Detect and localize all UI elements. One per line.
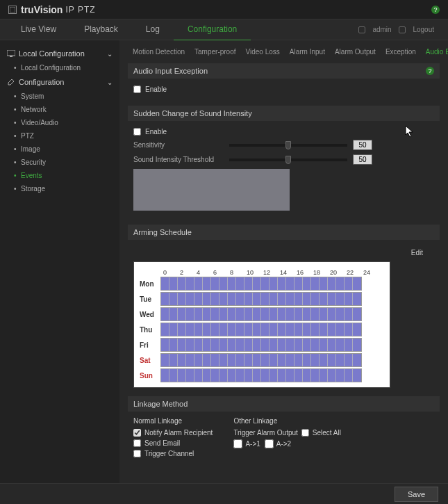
output-a2[interactable]: A->2 <box>265 439 291 448</box>
side-item-storage[interactable]: Storage <box>0 182 119 195</box>
sched-hour-label: 8 <box>230 269 247 276</box>
linkage-title: Linkage Method <box>133 400 188 408</box>
svg-rect-1 <box>7 50 15 56</box>
side-item-network[interactable]: Network <box>0 103 119 116</box>
slider-thumb[interactable] <box>285 141 291 149</box>
select-all-label: Select All <box>313 429 341 437</box>
sensitivity-slider[interactable] <box>229 144 347 147</box>
help-icon[interactable]: ? <box>431 6 440 14</box>
linkage-notify-alarm-recipient[interactable]: Notify Alarm Recipient <box>133 429 213 437</box>
sched-day-tue: Tue <box>140 295 160 303</box>
sched-day-fri: Fri <box>140 341 160 349</box>
sched-cells-wed[interactable] <box>160 307 362 321</box>
sched-hour-label: 16 <box>297 269 313 276</box>
side-item-system[interactable]: System <box>0 90 119 103</box>
subtabs: Motion DetectionTamper-proofVideo LossAl… <box>128 46 440 58</box>
enable-label: Enable <box>145 86 167 93</box>
sensitivity-value[interactable] <box>353 140 372 150</box>
nav-tab-log[interactable]: Log <box>132 19 174 41</box>
sched-hour-label: 12 <box>263 269 280 276</box>
subtab-video-loss[interactable]: Video Loss <box>241 46 285 58</box>
sched-hour-label: 0 <box>163 269 180 276</box>
linkage-trigger-channel[interactable]: Trigger Channel <box>133 450 213 457</box>
subtab-tamper-proof[interactable]: Tamper-proof <box>190 46 240 58</box>
sudden-enable[interactable]: Enable <box>133 128 434 136</box>
slider-thumb[interactable] <box>285 156 291 164</box>
logout-link[interactable]: Logout <box>413 26 434 33</box>
brand-name: Vision <box>34 4 63 15</box>
side-item-local-configuration[interactable]: Local Configuration <box>0 61 119 74</box>
help-icon[interactable]: ? <box>426 67 434 75</box>
edit-button[interactable]: Edit <box>404 247 430 259</box>
side-group-local-configuration[interactable]: Local Configuration⌄ <box>0 46 119 61</box>
audio-input-header: Audio Input Exception ? <box>128 63 440 79</box>
linkage-header: Linkage Method <box>128 396 440 412</box>
side-item-video-audio[interactable]: Video/Audio <box>0 116 119 129</box>
footer: Save <box>0 483 448 504</box>
checkbox[interactable] <box>133 450 141 457</box>
side-item-security[interactable]: Security <box>0 156 119 169</box>
nav-tab-live-view[interactable]: Live View <box>7 19 70 41</box>
sched-hour-label: 4 <box>197 269 213 276</box>
sched-day-sun: Sun <box>140 372 160 380</box>
sched-hour-label: 24 <box>363 269 380 276</box>
svg-rect-0 <box>10 7 15 13</box>
side-item-image[interactable]: Image <box>0 143 119 156</box>
sched-hour-label: 14 <box>280 269 297 276</box>
sched-day-wed: Wed <box>140 311 160 318</box>
sched-cells-thu[interactable] <box>160 323 362 336</box>
sched-cells-tue[interactable] <box>160 292 362 306</box>
navbar: Live ViewPlaybackLogConfiguration admin … <box>0 19 448 40</box>
sched-hour-label: 10 <box>247 269 263 276</box>
sched-cells-sat[interactable] <box>160 353 362 367</box>
subtab-exception[interactable]: Exception <box>381 46 421 58</box>
audio-input-enable[interactable]: Enable <box>133 86 434 93</box>
username: admin <box>372 26 391 33</box>
brand-prefix: tru <box>21 4 34 15</box>
sched-hour-label: 22 <box>347 269 363 276</box>
arming-header: Arming Schedule <box>128 225 440 240</box>
logout-icon <box>399 26 406 33</box>
sudden-title: Sudden Change of Sound Intensity <box>133 109 252 117</box>
nav-tab-playback[interactable]: Playback <box>70 19 132 41</box>
user-icon <box>358 26 365 33</box>
sudden-header: Sudden Change of Sound Intensity <box>128 106 440 121</box>
sched-cells-sun[interactable] <box>160 368 362 382</box>
side-item-ptz[interactable]: PTZ <box>0 129 119 143</box>
brand-sub: IP PTZ <box>65 5 95 15</box>
other-linkage-title: Other Linkage <box>233 417 341 425</box>
sched-cells-mon[interactable] <box>160 277 362 291</box>
brand-icon <box>8 6 17 14</box>
sched-hour-label: 2 <box>180 269 197 276</box>
save-button[interactable]: Save <box>395 487 438 502</box>
svg-rect-2 <box>10 56 13 57</box>
sched-day-sat: Sat <box>140 357 160 364</box>
checkbox[interactable] <box>233 439 242 448</box>
audio-input-title: Audio Input Exception <box>133 67 208 75</box>
content: Motion DetectionTamper-proofVideo LossAl… <box>119 40 448 483</box>
sched-hour-label: 20 <box>330 269 347 276</box>
subtab-alarm-output[interactable]: Alarm Output <box>330 46 381 58</box>
nav-tab-configuration[interactable]: Configuration <box>174 19 251 41</box>
side-group-configuration[interactable]: Configuration⌄ <box>0 74 119 90</box>
normal-linkage-title: Normal Linkage <box>133 417 213 425</box>
subtab-alarm-input[interactable]: Alarm Input <box>285 46 330 58</box>
threshold-value[interactable] <box>353 154 372 165</box>
audio-preview <box>133 169 290 211</box>
checkbox[interactable] <box>133 429 141 437</box>
side-item-events[interactable]: Events <box>0 169 119 182</box>
threshold-slider[interactable] <box>229 158 347 161</box>
sched-hour-label: 18 <box>313 269 330 276</box>
output-a1[interactable]: A->1 <box>233 439 260 448</box>
audio-input-enable-checkbox[interactable] <box>133 86 141 93</box>
checkbox[interactable] <box>133 439 141 447</box>
sudden-enable-checkbox[interactable] <box>133 128 141 136</box>
subtab-audio-exception-detection[interactable]: Audio Exception Detection <box>421 46 448 58</box>
sensitivity-label: Sensitivity <box>133 141 224 149</box>
linkage-send-email[interactable]: Send Email <box>133 439 213 447</box>
sched-cells-fri[interactable] <box>160 338 362 352</box>
select-all-checkbox[interactable] <box>301 429 309 437</box>
subtab-motion-detection[interactable]: Motion Detection <box>128 46 190 58</box>
checkbox[interactable] <box>265 439 274 448</box>
user-info: admin Logout <box>353 26 434 33</box>
